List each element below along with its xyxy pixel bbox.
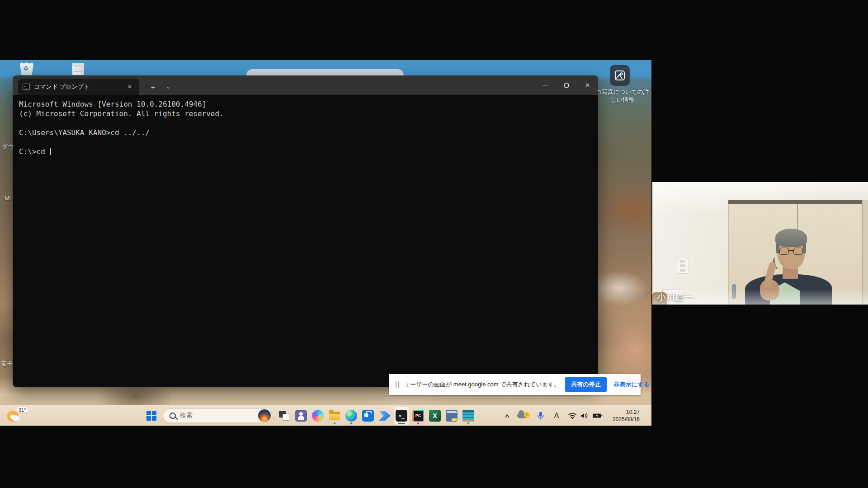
clock-time: 10:27	[613, 408, 640, 416]
taskbar-item-python-app[interactable]	[444, 407, 459, 425]
spotlight-label: の写真についての詳 しい情報	[593, 88, 651, 103]
maximize-button[interactable]	[556, 75, 577, 95]
taskbar-app-icons: >_ PC X	[277, 407, 476, 425]
cmd-tab-icon: >_	[23, 84, 30, 90]
taskbar-item-notepad[interactable]	[461, 407, 476, 425]
desktop-label-denshi: 電子	[1, 360, 13, 368]
minimize-icon	[542, 85, 547, 86]
speaker-icon	[580, 412, 589, 419]
notepad-icon	[462, 410, 474, 422]
terminal-line: Microsoft Windows [Version 10.0.26100.49…	[19, 99, 592, 109]
participant-hair	[775, 229, 807, 247]
recycle-bin-icon[interactable]: ♻	[18, 61, 35, 75]
terminal-cursor	[50, 148, 51, 155]
terminal-line	[19, 137, 592, 147]
tray-show-hidden-icons[interactable]: ^	[501, 406, 514, 426]
document-line	[74, 71, 81, 72]
shared-screen: ♻ の写真についての詳 しい情報 ダウ Mi 電子	[0, 60, 651, 426]
weather-temperature: 31°	[17, 407, 28, 413]
battery-tray-icon[interactable]	[590, 405, 605, 426]
file-explorer-icon	[329, 410, 340, 422]
close-button[interactable]: ✕	[577, 75, 598, 95]
command-prompt-icon: >_	[396, 410, 407, 422]
taskbar-item-task-view[interactable]	[277, 407, 292, 425]
spotlight-label-line1: の写真についての詳	[593, 88, 651, 96]
webcam-feed: 小川慶一	[652, 182, 868, 305]
tab-dropdown-button[interactable]: ⌄	[160, 79, 176, 95]
terminal-line: C:\Users\YASUKA KANO>cd ../../	[19, 128, 592, 137]
maximize-icon	[564, 83, 569, 88]
command-prompt-window: >_ コマンド プロンプト ✕ + ⌄ ✕ Microsoft Windows …	[13, 75, 598, 387]
start-button[interactable]	[146, 411, 156, 421]
participant-sideburn	[776, 244, 779, 253]
stop-sharing-button[interactable]: 共有の停止	[565, 377, 606, 392]
running-indicator	[417, 422, 419, 424]
window-controls: ✕	[534, 75, 598, 95]
taskbar-item-teams[interactable]	[293, 407, 309, 425]
microphone-tray-icon[interactable]	[534, 405, 547, 426]
active-indicator	[398, 423, 405, 424]
taskbar-item-copilot[interactable]	[310, 407, 326, 425]
taskbar-item-power-automate[interactable]	[377, 407, 392, 425]
mic-icon	[537, 411, 544, 420]
taskbar-item-edge[interactable]	[344, 407, 359, 425]
taskbar-item-file-explorer[interactable]	[327, 407, 342, 425]
weather-cloud-icon	[12, 416, 20, 421]
document-desktop-icon[interactable]	[71, 63, 86, 75]
participant-sideburn	[803, 244, 806, 253]
python-app-icon	[446, 410, 458, 422]
taskbar-clock[interactable]: 10:27 2025/08/16	[613, 408, 640, 423]
search-icon	[170, 413, 176, 419]
search-daily-image[interactable]	[258, 409, 271, 422]
tab-close-icon[interactable]: ✕	[125, 83, 135, 91]
minimize-button[interactable]	[534, 75, 556, 95]
closet-door-rail	[728, 200, 868, 204]
taskbar-item-excel[interactable]: X	[427, 407, 443, 425]
taskbar-item-command-prompt[interactable]: >_	[394, 407, 409, 425]
terminal-prompt-line: C:\>cd	[19, 147, 592, 156]
wifi-icon	[568, 412, 577, 419]
edge-icon	[345, 410, 357, 422]
terminal-tab[interactable]: >_ コマンド プロンプト ✕	[18, 79, 139, 95]
running-indicator	[350, 422, 352, 424]
taskbar-item-pycharm[interactable]: PC	[410, 407, 426, 425]
desktop-label-downloads: ダウ	[2, 143, 14, 151]
new-tab-button[interactable]: +	[146, 79, 160, 95]
power-automate-icon	[379, 410, 391, 422]
microsoft-store-icon	[362, 410, 374, 422]
taskbar: 31° 検索	[0, 405, 651, 426]
document-line	[74, 66, 81, 67]
participant-name-label: 小川慶一	[657, 291, 693, 303]
light-switch	[677, 258, 688, 273]
terminal-line	[19, 118, 592, 128]
terminal-titlebar[interactable]: >_ コマンド プロンプト ✕ + ⌄ ✕	[13, 75, 598, 95]
weather-widget[interactable]: 31°	[6, 407, 32, 424]
terminal-line: (c) Microsoft Corporation. All rights re…	[19, 109, 592, 118]
screen-share-banner: ユーザーの画面が meet.google.com で共有されています。 共有の停…	[389, 374, 641, 395]
pycharm-icon: PC	[412, 410, 424, 422]
cloud-icon: !	[517, 413, 527, 418]
banner-drag-handle-icon[interactable]	[396, 381, 399, 388]
teams-icon	[295, 410, 307, 422]
volume-tray-icon[interactable]	[579, 405, 590, 426]
terminal-prompt-text: C:\>cd	[19, 147, 49, 156]
taskbar-item-store[interactable]	[360, 407, 376, 425]
clock-date: 2025/08/16	[613, 416, 640, 423]
battery-icon	[592, 413, 603, 419]
running-indicator	[467, 422, 469, 424]
banner-message: ユーザーの画面が meet.google.com で共有されています。	[404, 380, 560, 389]
spotlight-info-icon[interactable]	[610, 65, 630, 86]
ime-mode-indicator[interactable]: A	[551, 405, 562, 426]
terminal-output[interactable]: Microsoft Windows [Version 10.0.26100.49…	[13, 95, 598, 161]
hide-banner-link[interactable]: 非表示にする	[614, 380, 650, 389]
spotlight-label-line2: しい情報	[593, 96, 651, 103]
taskbar-search[interactable]: 検索	[163, 408, 272, 423]
excel-icon: X	[429, 410, 441, 422]
meet-presentation-stage: ♻ の写真についての詳 しい情報 ダウ Mi 電子	[0, 0, 868, 488]
onedrive-tray-icon[interactable]: !	[515, 405, 529, 426]
onedrive-warning-badge: !	[524, 412, 530, 418]
wifi-tray-icon[interactable]	[566, 405, 579, 426]
picture-icon	[614, 70, 626, 81]
copilot-icon	[312, 410, 324, 422]
task-view-icon	[278, 410, 290, 422]
